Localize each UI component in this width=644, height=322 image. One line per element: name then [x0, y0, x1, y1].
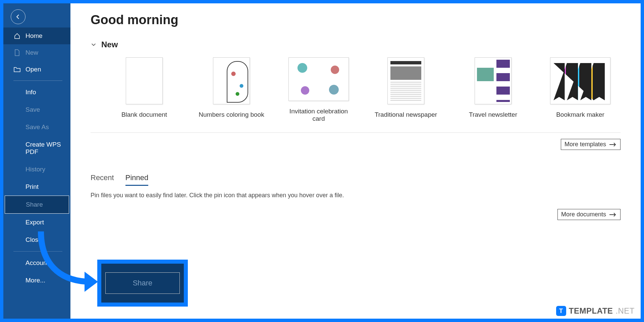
tab-pinned[interactable]: Pinned: [125, 173, 149, 186]
sidebar-label-home: Home: [25, 32, 43, 40]
sidebar-item-account[interactable]: Account: [3, 254, 70, 272]
template-numbers-coloring-book[interactable]: Numbers coloring book: [198, 57, 265, 122]
new-section-title: New: [101, 40, 118, 49]
template-label: Numbers coloring book: [199, 111, 264, 118]
template-label: Bookmark maker: [556, 111, 604, 118]
chevron-down-icon: [91, 42, 97, 48]
sidebar-label-new: New: [25, 49, 38, 56]
sidebar-item-more[interactable]: More...: [3, 272, 70, 289]
pinned-hint-text: Pin files you want to easily find later.…: [91, 192, 621, 199]
sidebar-item-print[interactable]: Print: [3, 178, 70, 196]
template-traditional-newspaper[interactable]: Traditional newspaper: [372, 57, 439, 122]
watermark: T TEMPLATE.NET: [556, 306, 635, 316]
sidebar-item-history[interactable]: History: [3, 161, 70, 178]
sidebar-item-create-wps-pdf[interactable]: Create WPS PDF: [3, 136, 70, 161]
divider: [13, 80, 62, 81]
sidebar-item-share[interactable]: Share: [5, 196, 69, 214]
sidebar-label-open: Open: [25, 66, 41, 73]
more-templates-label: More templates: [565, 141, 606, 148]
callout-share-button[interactable]: Share: [105, 272, 180, 294]
arrow-left-icon: [15, 13, 21, 20]
more-templates-link[interactable]: More templates: [561, 139, 621, 150]
new-section-header[interactable]: New: [91, 40, 621, 49]
sidebar-item-export[interactable]: Export: [3, 214, 70, 231]
watermark-brand: TEMPLATE: [569, 306, 613, 316]
folder-open-icon: [13, 66, 21, 73]
sidebar-item-save-as[interactable]: Save As: [3, 118, 70, 136]
documents-tabs: Recent Pinned: [91, 173, 621, 186]
template-label: Blank document: [121, 111, 167, 118]
sidebar-item-close[interactable]: Close: [3, 231, 70, 249]
template-bookmark-maker[interactable]: Bookmark maker: [547, 57, 614, 122]
callout-inner: Share: [101, 264, 184, 303]
arrow-right-icon: [609, 142, 617, 147]
template-invitation-card[interactable]: Invitation celebration card: [285, 57, 352, 122]
more-documents-label: More documents: [561, 211, 606, 218]
watermark-suffix: .NET: [615, 306, 635, 316]
divider: [91, 132, 621, 133]
template-thumbnail: [213, 57, 250, 104]
sidebar-item-new[interactable]: New: [3, 44, 70, 61]
template-label: Invitation celebration card: [285, 108, 352, 122]
divider: [13, 251, 62, 252]
document-icon: [13, 49, 21, 56]
more-documents-link[interactable]: More documents: [557, 209, 621, 220]
share-callout: Share: [97, 260, 188, 307]
template-thumbnail: [387, 57, 424, 104]
template-label: Traditional newspaper: [375, 111, 437, 118]
sidebar-item-home[interactable]: Home: [3, 28, 70, 44]
template-thumbnail: [475, 57, 512, 104]
templates-row: Blank document Numbers coloring book Inv…: [91, 57, 621, 122]
home-icon: [13, 32, 21, 40]
template-thumbnail: [126, 57, 163, 104]
template-thumbnail: [550, 57, 610, 104]
template-travel-newsletter[interactable]: Travel newsletter: [460, 57, 527, 122]
tab-recent[interactable]: Recent: [91, 173, 114, 186]
back-button[interactable]: [11, 9, 25, 24]
file-menu-sidebar: Home New Open Info Save Save As Create W…: [3, 3, 70, 319]
sidebar-item-open[interactable]: Open: [3, 61, 70, 78]
arrow-right-icon: [609, 212, 617, 217]
sidebar-item-info[interactable]: Info: [3, 84, 70, 101]
template-thumbnail: [288, 57, 349, 101]
template-blank-document[interactable]: Blank document: [111, 57, 178, 122]
sidebar-item-save[interactable]: Save: [3, 101, 70, 118]
watermark-badge-icon: T: [556, 306, 566, 316]
template-label: Travel newsletter: [469, 111, 517, 118]
greeting-title: Good morning: [91, 13, 621, 27]
